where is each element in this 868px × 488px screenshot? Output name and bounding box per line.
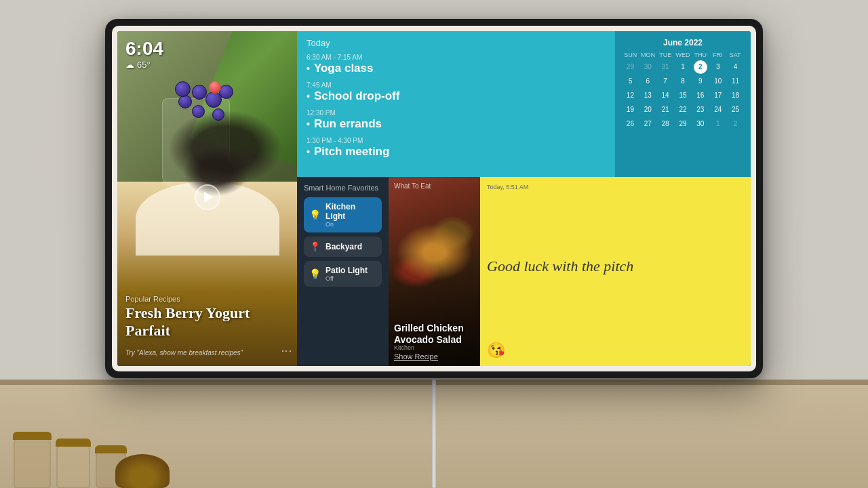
jar-2 [56,444,90,488]
calendar-grid: 29 30 31 1 2 3 4 5 6 7 8 9 [622,60,744,131]
cal-cell: 8 [675,75,692,88]
play-button[interactable] [195,184,220,210]
jar-3-lid [95,445,127,453]
blueberry-5 [219,85,233,99]
cal-cell: 25 [727,103,744,117]
schedule-item-dropoff: 7:45 AM School drop-off [307,81,606,103]
cal-cell: 13 [639,89,656,102]
cal-cell: 22 [675,103,692,117]
bread-item [115,454,170,488]
calendar-title: June 2022 [622,38,744,47]
show-recipe-link[interactable]: Show Recipe [394,352,438,361]
cal-cell: 1 [709,117,726,131]
smart-home-title: Smart Home Favorites [304,184,382,192]
dropoff-time: 7:45 AM [307,81,606,89]
more-options-dots[interactable]: ⋮ [281,346,292,357]
cal-cell: 15 [675,89,692,102]
cal-cell: 17 [709,89,726,102]
recipe-text-block: Popular Recipes Fresh Berry Yogurt Parfa… [125,295,289,339]
note-emoji: 😘 [487,342,744,359]
calendar-panel: June 2022 SUN MON TUE WED THU FRI SAT [615,31,751,177]
power-cable [432,380,436,488]
cal-cell: 18 [727,89,744,102]
patio-light-icon: 💡 [309,268,321,279]
pitch-time: 1:30 PM - 4:30 PM [307,137,606,144]
backyard-name: Backyard [326,242,362,251]
errands-time: 12:30 PM [307,109,606,117]
backyard-icon: 📍 [309,241,321,252]
blueberry-6 [212,108,224,121]
cal-cell: 6 [639,75,656,88]
cal-cell: 27 [639,117,656,131]
cal-cell: 9 [692,75,709,88]
cal-cell: 31 [657,60,674,74]
kitchen-light-device[interactable]: 💡 Kitchen Light On [304,197,382,232]
cal-cell: 2 [727,117,744,131]
bottom-section: Smart Home Favorites 💡 Kitchen Light On … [297,177,751,366]
cal-cell: 30 [639,60,656,74]
schedule-panel: Today 6:30 AM - 7:15 AM Yoga class 7:45 … [297,31,615,177]
recipe-card[interactable]: What To Eat Grilled Chicken Avocado Sala… [389,177,480,366]
recipe-name: Fresh Berry Yogurt Parfait [125,304,289,339]
cal-cell: 23 [692,103,709,117]
jar-1 [14,437,51,488]
cal-cell: 12 [622,89,639,102]
schedule-header: Today [307,38,606,48]
echo-show-frame: 6:04 ☁ 65° Popular Recipes Fresh Berry Y… [105,19,763,378]
cal-day-wed: WED [674,52,692,58]
cal-cell: 24 [709,103,726,117]
jar-container [14,437,126,488]
cal-day-mon: MON [639,52,657,58]
backyard-device[interactable]: 📍 Backyard [304,237,382,257]
patio-light-status: Off [326,275,368,282]
cal-cell: 30 [692,117,709,131]
alexa-hint: Try "Alexa, show me breakfast recipes" [125,349,289,357]
weather-display: ☁ 65° [125,60,163,70]
cal-cell-today: 2 [694,60,707,74]
cal-cell: 20 [639,103,656,117]
cal-cell: 1 [675,60,692,74]
recipe-card-title: Grilled Chicken Avocado Salad [394,323,475,346]
cal-cell: 29 [622,60,639,74]
blueberry-4 [192,105,205,118]
cal-cell: 10 [709,75,726,88]
yoga-time: 6:30 AM - 7:15 AM [307,54,606,61]
calendar-days-header: SUN MON TUE WED THU FRI SAT [622,52,744,58]
what-to-eat-label: What To Eat [394,182,431,190]
cal-day-tue: TUE [656,52,674,58]
smart-home-panel: Smart Home Favorites 💡 Kitchen Light On … [297,177,389,366]
top-section: Today 6:30 AM - 7:15 AM Yoga class 7:45 … [297,31,751,177]
schedule-item-pitch: 1:30 PM - 4:30 PM Pitch meeting [307,137,606,159]
recipe-card-sub: Kitchen [394,344,414,351]
cal-cell: 29 [675,117,692,131]
cal-cell: 26 [622,117,639,131]
cal-cell: 3 [709,60,726,74]
cal-cell: 7 [657,75,674,88]
raspberry-1 [209,81,221,94]
patio-light-device[interactable]: 💡 Patio Light Off [304,261,382,287]
cal-day-sat: SAT [726,52,744,58]
note-card: Today, 5:51 AM Good luck with the pitch … [480,177,751,366]
blueberry-cluster [172,81,253,142]
echo-show-screen: 6:04 ☁ 65° Popular Recipes Fresh Berry Y… [117,31,751,366]
cal-cell: 14 [657,89,674,102]
blueberry-7 [175,81,191,97]
patio-light-name: Patio Light [326,266,368,275]
time-display: 6:04 ☁ 65° [125,39,163,70]
kitchen-light-info: Kitchen Light On [326,202,376,228]
cal-cell: 28 [657,117,674,131]
kitchen-light-name: Kitchen Light [326,202,376,221]
blueberry-1 [192,85,207,100]
schedule-item-yoga: 6:30 AM - 7:15 AM Yoga class [307,54,606,75]
clock-time: 6:04 [125,39,163,58]
note-content: Good luck with the pitch [487,195,744,339]
patio-light-info: Patio Light Off [326,266,368,282]
backyard-info: Backyard [326,242,362,251]
popular-label: Popular Recipes [125,295,289,303]
left-panel-recipe: 6:04 ☁ 65° Popular Recipes Fresh Berry Y… [117,31,297,366]
yoga-event: Yoga class [307,62,606,75]
frame-inner-mat: 6:04 ☁ 65° Popular Recipes Fresh Berry Y… [112,26,756,371]
kitchen-light-icon: 💡 [309,209,321,220]
schedule-item-errands: 12:30 PM Run errands [307,109,606,131]
note-timestamp: Today, 5:51 AM [487,184,744,190]
